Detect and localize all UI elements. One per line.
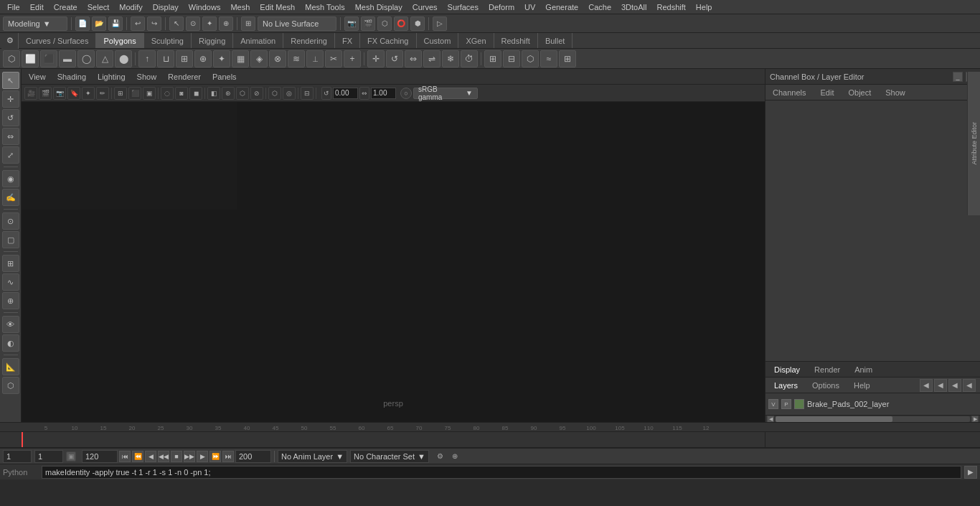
shelf-lattice-icon[interactable]: ⊞ [559, 50, 576, 67]
bb-settings-icon[interactable]: ⚙ [435, 451, 446, 462]
shelf-tab-sculpting[interactable]: Sculpting [144, 33, 192, 48]
shelf-weld-icon[interactable]: ⬡ [522, 50, 539, 67]
live-surface-toggle[interactable]: ⊞ [241, 17, 255, 31]
shelf-append-icon[interactable]: + [344, 50, 361, 67]
le-subtab-options[interactable]: Options [808, 380, 844, 391]
vp-resolution-btn[interactable]: ▣ [143, 87, 156, 100]
shelf-smooth-icon[interactable]: ≋ [288, 50, 305, 67]
shelf-mirror-icon[interactable]: ⇌ [423, 50, 440, 67]
le-tab-anim[interactable]: Anim [850, 364, 877, 375]
char-set-dropdown[interactable]: No Character Set ▼ [350, 450, 429, 463]
jump-to-end-button[interactable]: ⏭ [222, 451, 234, 462]
command-input[interactable] [42, 466, 961, 479]
frame-field2[interactable]: 1 [34, 450, 63, 463]
shelf-tab-redshift[interactable]: Redshift [494, 33, 538, 48]
menu-display[interactable]: Display [149, 1, 183, 13]
le-subtab-layers[interactable]: Layers [770, 380, 802, 391]
render-icon3[interactable]: ⭕ [394, 17, 408, 31]
shelf-bevel-icon[interactable]: ◈ [250, 50, 268, 67]
transform-button[interactable]: ⤢ [2, 146, 19, 164]
vp-menu-show[interactable]: Show [134, 71, 160, 83]
le-subtab-help[interactable]: Help [849, 380, 875, 391]
shelf-tab-xgen[interactable]: XGen [458, 33, 494, 48]
layer-visible-button[interactable]: V [768, 399, 778, 409]
shelf-separate-icon[interactable]: ✦ [213, 50, 230, 67]
shelf-crease-icon[interactable]: ⊟ [503, 50, 520, 67]
vp-menu-shading[interactable]: Shading [55, 71, 89, 83]
layer-scroll-left-button[interactable]: ◀ [767, 416, 774, 423]
vp-xray2-btn[interactable]: ◎ [283, 87, 296, 100]
anim-layer-dropdown[interactable]: No Anim Layer ▼ [278, 450, 347, 463]
shelf-move-icon[interactable]: ✛ [367, 50, 385, 67]
next-frame-button[interactable]: ▶ [197, 451, 208, 462]
shelf-history-icon[interactable]: ⏱ [461, 50, 478, 67]
menu-deform[interactable]: Deform [484, 1, 519, 13]
shelf-combine-icon[interactable]: ⊕ [194, 50, 212, 67]
stop-button[interactable]: ■ [171, 451, 182, 462]
vp-grid-btn[interactable]: ⊞ [114, 87, 127, 100]
jump-to-start-button[interactable]: ⏮ [119, 451, 131, 462]
shelf-rotate-icon[interactable]: ↺ [386, 50, 403, 67]
timeline-playhead[interactable] [22, 432, 23, 447]
layer-scroll-track[interactable] [776, 416, 970, 422]
menu-edit[interactable]: Edit [26, 1, 48, 13]
menu-modify[interactable]: Modify [115, 1, 146, 13]
vp-hud-btn[interactable]: ⊟ [301, 87, 314, 100]
menu-surfaces[interactable]: Surfaces [443, 1, 483, 13]
render-icon4[interactable]: ⬢ [410, 17, 425, 31]
menu-windows[interactable]: Windows [184, 1, 225, 13]
menu-curves[interactable]: Curves [408, 1, 442, 13]
menu-file[interactable]: File [3, 1, 24, 13]
shelf-plane-icon[interactable]: ▬ [59, 50, 76, 67]
playback-start-field[interactable]: 120 [82, 450, 118, 463]
viewport-canvas[interactable]: X Y Z persp [22, 102, 765, 422]
undo-button[interactable]: ↩ [131, 17, 145, 31]
shelf-bridge-icon[interactable]: ⊔ [157, 50, 174, 67]
layer-playback-button[interactable]: P [781, 399, 791, 409]
vp-menu-panels[interactable]: Panels [209, 71, 240, 83]
measure-button[interactable]: 📐 [2, 358, 19, 375]
shelf-tab-fx[interactable]: FX [335, 33, 360, 48]
shelf-loop-cut-icon[interactable]: ⟂ [306, 50, 324, 67]
shelf-connect-icon[interactable]: ⊞ [484, 50, 501, 67]
menu-uv[interactable]: UV [520, 1, 540, 13]
paint-select-button[interactable]: ✦ [202, 17, 217, 31]
layer-color-swatch[interactable] [794, 399, 804, 409]
new-file-button[interactable]: 📄 [75, 17, 90, 31]
shelf-settings-icon[interactable]: ⚙ [1, 33, 19, 49]
save-file-button[interactable]: 💾 [108, 17, 123, 31]
shelf-sculpt-icon[interactable]: ≈ [540, 50, 557, 67]
show-hide-button[interactable]: 👁 [2, 316, 19, 333]
render-settings-button[interactable]: 🎬 [361, 17, 375, 31]
soft-select-button[interactable]: ◉ [2, 170, 19, 187]
layer-scroll-thumb[interactable] [776, 416, 892, 422]
ipr-button[interactable]: ⬡ [377, 17, 392, 31]
rp-tab-show[interactable]: Show [878, 86, 913, 99]
vp-shaded-btn[interactable]: ◼ [189, 87, 202, 100]
playback-end-field[interactable]: 200 [235, 450, 271, 463]
vp-shadow-btn[interactable]: ◧ [207, 87, 220, 100]
le-tab-display[interactable]: Display [770, 364, 804, 375]
select-mode-button[interactable]: ↖ [2, 72, 19, 89]
le-settings-button[interactable]: ◀ [948, 379, 961, 392]
shading-button[interactable]: ◐ [2, 334, 19, 352]
marquee-button[interactable]: ▢ [2, 231, 19, 248]
rotate-button[interactable]: ↺ [2, 109, 19, 126]
snap-surface-button[interactable]: ⊕ [219, 17, 233, 31]
le-tab-render[interactable]: Render [810, 364, 844, 375]
shelf-torus-icon[interactable]: ◯ [77, 50, 95, 67]
shelf-disk-icon[interactable]: ⬤ [115, 50, 132, 67]
prev-frame-button[interactable]: ◀ [145, 451, 156, 462]
live-surface-dropdown[interactable]: No Live Surface [258, 17, 336, 31]
menu-redshift[interactable]: Redshift [652, 1, 689, 13]
bb-extra-icon[interactable]: ⊕ [449, 451, 461, 462]
menu-mesh[interactable]: Mesh [226, 1, 254, 13]
lasso-select-button[interactable]: ⊙ [2, 212, 19, 230]
timeline-track[interactable] [22, 432, 765, 447]
menu-mesh-display[interactable]: Mesh Display [351, 1, 407, 13]
vp-film-btn[interactable]: 🎬 [39, 87, 52, 100]
vp-iso-btn[interactable]: ⊘ [250, 87, 263, 100]
menu-cache[interactable]: Cache [584, 1, 616, 13]
play-forward-button[interactable]: ▶▶ [184, 451, 195, 462]
vp-menu-lighting[interactable]: Lighting [95, 71, 128, 83]
